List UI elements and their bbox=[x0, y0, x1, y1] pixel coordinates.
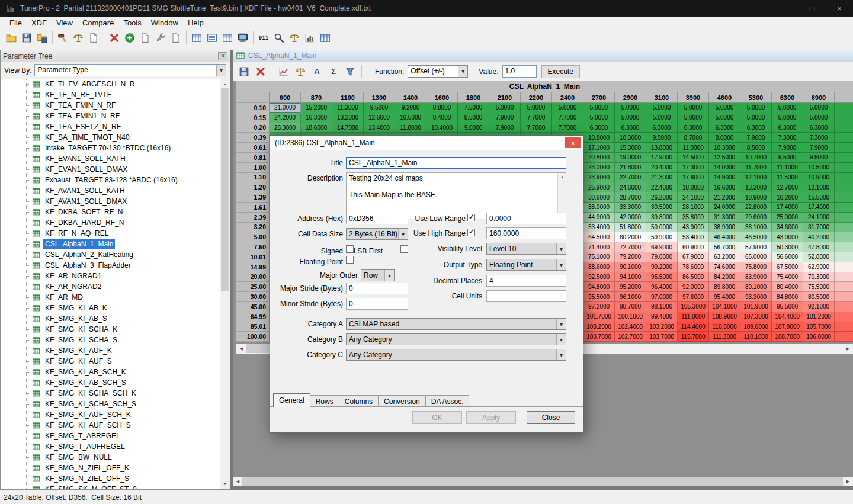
table-cell[interactable]: 79.2000 bbox=[615, 252, 646, 262]
row-header[interactable]: 0.39 bbox=[236, 133, 270, 143]
table-cell[interactable]: 5.0000 bbox=[521, 103, 552, 113]
tree-item[interactable]: KF_SMG_KI_AB_SCH_S bbox=[1, 377, 220, 388]
function-combo[interactable]: Offset (+/-) bbox=[408, 65, 468, 78]
table-cell[interactable]: 24.2000 bbox=[270, 113, 301, 123]
row-header[interactable]: 1.61 bbox=[236, 203, 270, 213]
table-cell[interactable]: 78.6000 bbox=[678, 262, 709, 272]
table-cell[interactable]: 95.2000 bbox=[615, 282, 646, 292]
table-cell[interactable]: 24.1000 bbox=[803, 213, 835, 223]
table-cell[interactable]: 18.6000 bbox=[301, 123, 332, 133]
table-cell[interactable]: 62.9000 bbox=[803, 262, 835, 272]
table-cell[interactable]: 16.2000 bbox=[772, 192, 803, 203]
column-header[interactable]: 4600 bbox=[709, 92, 740, 103]
table-cell[interactable]: 28.7000 bbox=[615, 192, 646, 203]
duplicate-parameter-icon[interactable] bbox=[137, 30, 153, 46]
menu-item-help[interactable]: Help bbox=[183, 17, 209, 28]
table-cell[interactable]: 13.3000 bbox=[740, 182, 772, 192]
table-cell[interactable]: 51.8000 bbox=[615, 223, 646, 233]
view-by-combo[interactable]: Parameter Type bbox=[34, 64, 226, 76]
table-cell[interactable]: 114.4000 bbox=[678, 322, 709, 332]
column-header[interactable]: 2900 bbox=[615, 92, 646, 103]
table-cell[interactable]: 12.1000 bbox=[803, 182, 835, 192]
panel-close-button[interactable] bbox=[218, 52, 227, 60]
tree-item[interactable]: CSL_AlphaN_1_Main bbox=[1, 239, 220, 249]
table-cell[interactable]: 31.3000 bbox=[709, 213, 740, 223]
category-c-combo[interactable]: Any Category bbox=[346, 349, 566, 361]
table-cell[interactable]: 6.3000 bbox=[709, 123, 740, 133]
table-cell[interactable]: 14.5000 bbox=[678, 153, 709, 163]
row-header[interactable]: 0.20 bbox=[236, 123, 270, 133]
table-cell[interactable]: 30.5000 bbox=[646, 203, 678, 213]
table-cell[interactable]: 104.4000 bbox=[772, 312, 803, 322]
table-cell[interactable]: 11.1000 bbox=[772, 163, 803, 173]
table-cell[interactable]: 38.9000 bbox=[709, 223, 740, 233]
table-cell[interactable]: 74.6000 bbox=[709, 262, 740, 272]
column-header[interactable]: 3900 bbox=[678, 92, 709, 103]
floating-point-checkbox[interactable] bbox=[346, 256, 354, 264]
table-cell[interactable]: 53.4000 bbox=[583, 223, 615, 233]
table-cell[interactable]: 56.6000 bbox=[772, 252, 803, 262]
save-file-icon[interactable] bbox=[19, 30, 34, 46]
table-cell[interactable]: 6.3000 bbox=[803, 123, 835, 133]
table-cell[interactable]: 6.3000 bbox=[678, 123, 709, 133]
menu-item-tools[interactable]: Tools bbox=[118, 17, 146, 28]
table-cell[interactable]: 18.0000 bbox=[678, 182, 709, 192]
table-cell[interactable]: 64.5000 bbox=[583, 232, 615, 242]
table-cell[interactable]: 6.3000 bbox=[615, 123, 646, 133]
row-header[interactable]: 0.81 bbox=[236, 153, 270, 163]
cell-units-field[interactable] bbox=[486, 290, 566, 302]
scroll-down-icon[interactable] bbox=[220, 479, 229, 489]
table-cell[interactable]: 29.6000 bbox=[740, 213, 772, 223]
list-view-icon[interactable] bbox=[204, 30, 220, 46]
table-cell[interactable]: 22.8000 bbox=[740, 203, 772, 213]
table-cell[interactable]: 33.3000 bbox=[615, 203, 646, 213]
scroll-up-icon[interactable] bbox=[558, 173, 566, 181]
save-as-icon[interactable] bbox=[34, 30, 50, 46]
table-cell[interactable]: 11.8000 bbox=[395, 123, 426, 133]
table-cell[interactable]: 5.0000 bbox=[678, 113, 709, 123]
table-cell[interactable]: 59.9000 bbox=[646, 232, 678, 242]
table-cell[interactable]: 31.7000 bbox=[803, 223, 835, 233]
table-cell[interactable]: 103.7000 bbox=[646, 332, 678, 342]
table-cell[interactable]: 26.2000 bbox=[646, 192, 678, 203]
filter-icon[interactable] bbox=[342, 64, 358, 79]
table-cell[interactable]: 13.2000 bbox=[332, 113, 364, 123]
column-header[interactable]: 1600 bbox=[426, 92, 458, 103]
table-cell[interactable]: 21.0000 bbox=[270, 103, 301, 113]
tree-item[interactable]: KF_TE_N_RF_TVTE bbox=[1, 89, 220, 100]
tree-item[interactable]: KF_EVAN1_SOLL_KATH bbox=[1, 153, 220, 164]
table-cell[interactable]: 18.9000 bbox=[740, 192, 772, 203]
table-cell[interactable]: 89.8000 bbox=[709, 282, 740, 292]
table-cell[interactable]: 97.0000 bbox=[646, 292, 678, 302]
scrollbar-thumb[interactable] bbox=[221, 88, 229, 291]
table-cell[interactable]: 5.0000 bbox=[615, 103, 646, 113]
low-range-field[interactable]: 0.0000 bbox=[486, 213, 566, 224]
table-cell[interactable]: 44.9000 bbox=[583, 213, 615, 223]
table-cell[interactable]: 9.5000 bbox=[803, 153, 835, 163]
tree-item[interactable]: KF_SMG_KI_SCHA_K bbox=[1, 324, 220, 335]
table-cell[interactable]: 8.0000 bbox=[709, 133, 740, 143]
table-cell[interactable]: 107.8000 bbox=[772, 322, 803, 332]
table-cell[interactable]: 75.4000 bbox=[772, 272, 803, 283]
table-cell[interactable]: 97.6000 bbox=[678, 292, 709, 302]
table-cell[interactable]: 5.0000 bbox=[489, 103, 521, 113]
table-cell[interactable]: 5.0000 bbox=[803, 113, 835, 123]
table-cell[interactable]: 20.4000 bbox=[646, 163, 678, 173]
table-cell[interactable]: 99.4000 bbox=[646, 312, 678, 322]
table-cell[interactable]: 60.9000 bbox=[678, 242, 709, 252]
table-cell[interactable]: 8.5000 bbox=[740, 143, 772, 153]
table-cell[interactable]: 5.0000 bbox=[772, 103, 803, 113]
table-cell[interactable]: 57.9000 bbox=[740, 242, 772, 252]
table-cell[interactable]: 96.4000 bbox=[646, 282, 678, 292]
tree-item[interactable]: KF_AR_MD bbox=[1, 292, 220, 303]
table-cell[interactable]: 93.3000 bbox=[740, 292, 772, 302]
table-cell[interactable]: 6.3000 bbox=[772, 123, 803, 133]
table-cell[interactable]: 17.9000 bbox=[646, 153, 678, 163]
table-cell[interactable]: 43.9000 bbox=[678, 223, 709, 233]
table-cell[interactable]: 7.5000 bbox=[458, 103, 489, 113]
tree-item[interactable]: KF_SMG_KI_AB_K bbox=[1, 303, 220, 313]
table-cell[interactable]: 24.1000 bbox=[678, 192, 709, 203]
table-cell[interactable]: 28.1000 bbox=[678, 203, 709, 213]
minimize-button[interactable]: – bbox=[771, 0, 799, 17]
use-low-range-checkbox[interactable] bbox=[467, 214, 475, 221]
